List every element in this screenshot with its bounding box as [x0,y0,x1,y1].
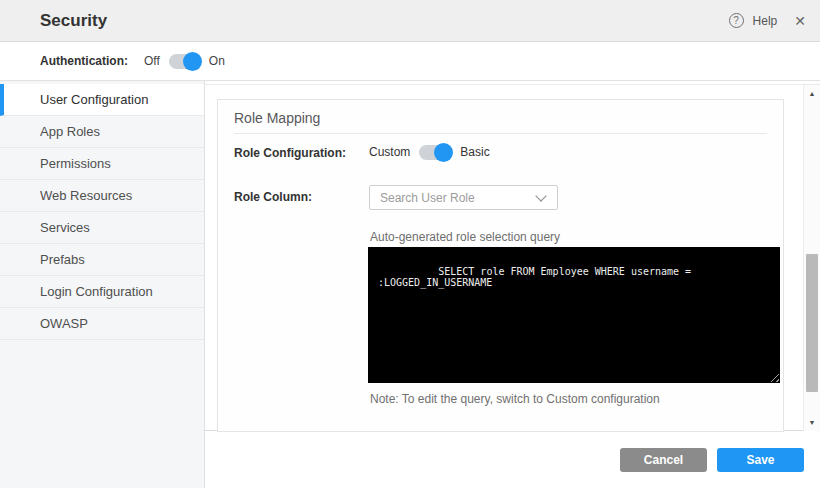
select-placeholder: Search User Role [370,191,537,205]
scrollbar-thumb[interactable] [806,254,818,392]
sidebar-item-login-configuration[interactable]: Login Configuration [0,276,204,308]
custom-option-label: Custom [369,145,410,159]
authentication-label: Authentication: [40,54,128,68]
sidebar-item-prefabs[interactable]: Prefabs [0,244,204,276]
toggle-knob [183,52,202,71]
settings-sidebar: User Configuration App Roles Permissions… [0,81,205,488]
authentication-off-label: Off [144,54,160,68]
role-configuration-label: Role Configuration: [234,146,346,160]
page-title: Security [40,0,107,41]
toggle-knob [434,143,453,162]
authentication-on-label: On [209,54,225,68]
sidebar-item-user-configuration[interactable]: User Configuration [0,84,204,116]
query-note: Note: To edit the query, switch to Custo… [370,392,660,406]
scroll-up-icon[interactable]: ▲ [804,86,820,101]
sidebar-item-permissions[interactable]: Permissions [0,148,204,180]
role-column-select[interactable]: Search User Role [369,185,558,210]
role-configuration-toggle[interactable] [419,145,451,160]
panel-title: Role Mapping [234,110,320,126]
basic-option-label: Basic [460,145,489,159]
role-configuration-controls: Custom Basic [369,140,490,164]
sidebar-item-owasp[interactable]: OWASP [0,308,204,340]
query-text: SELECT role FROM Employee WHERE username… [378,266,697,288]
role-column-label: Role Column: [234,190,312,204]
authentication-toggle[interactable] [169,54,200,69]
divider [234,133,767,134]
query-caption: Auto-generated role selection query [370,230,560,244]
vertical-scrollbar[interactable]: ▲ ▼ [803,85,820,431]
save-button[interactable]: Save [717,448,804,472]
close-icon[interactable]: ✕ [794,13,806,29]
cancel-button[interactable]: Cancel [620,448,707,472]
sidebar-item-app-roles[interactable]: App Roles [0,116,204,148]
main-content: Role Mapping Role Configuration: Custom … [205,81,820,488]
authentication-bar: Authentication: Off On [0,42,820,81]
sidebar-item-services[interactable]: Services [0,212,204,244]
dialog-header: Security ? Help ✕ [0,0,820,42]
scroll-down-icon[interactable]: ▼ [804,415,820,430]
sidebar-item-web-resources[interactable]: Web Resources [0,180,204,212]
chevron-down-icon [535,190,546,201]
security-dialog: Security ? Help ✕ Authentication: Off On… [0,0,820,488]
resize-grip-icon[interactable] [769,372,779,382]
scroll-viewport: Role Mapping Role Configuration: Custom … [205,84,820,431]
header-actions: ? Help ✕ [729,0,806,41]
query-editor[interactable]: SELECT role FROM Employee WHERE username… [368,247,780,383]
help-link[interactable]: Help [753,14,778,28]
role-mapping-panel: Role Mapping Role Configuration: Custom … [217,99,784,432]
help-icon[interactable]: ? [729,13,744,28]
